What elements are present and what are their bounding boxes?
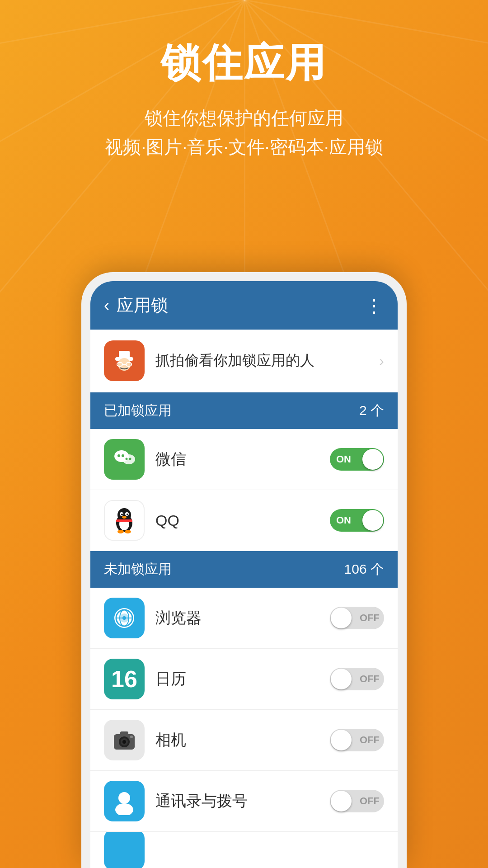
qq-toggle[interactable]: ON — [330, 509, 384, 532]
phone-screen: ‹ 应用锁 ⋮ — [90, 281, 398, 868]
camera-icon — [104, 720, 145, 760]
unlocked-section-title: 未加锁应用 — [104, 560, 172, 579]
spy-text: 抓拍偷看你加锁应用的人 — [155, 351, 379, 371]
phone-outer: ‹ 应用锁 ⋮ — [81, 272, 407, 868]
contacts-name: 通讯录与拨号 — [155, 791, 330, 811]
svg-point-22 — [125, 530, 131, 533]
wechat-row: 微信 ON — [90, 429, 398, 490]
spy-chevron: › — [379, 353, 384, 369]
contacts-toggle[interactable]: OFF — [330, 790, 384, 812]
contacts-row: 通讯录与拨号 OFF — [90, 771, 398, 832]
unlocked-section-count: 106 个 — [344, 560, 384, 579]
more-button[interactable]: ⋮ — [365, 295, 384, 316]
calendar-number: 16 — [111, 665, 137, 693]
svg-point-32 — [122, 740, 126, 744]
subtitle-line1: 锁住你想保护的任何应用 — [0, 104, 488, 132]
svg-point-28 — [122, 616, 126, 620]
svg-point-36 — [115, 803, 133, 815]
wechat-name: 微信 — [155, 449, 330, 470]
contacts-icon — [104, 781, 145, 821]
svg-point-17 — [121, 514, 123, 515]
browser-name: 浏览器 — [155, 608, 330, 628]
svg-point-19 — [122, 516, 127, 519]
svg-point-8 — [117, 454, 120, 457]
wechat-icon — [104, 439, 145, 480]
phone-container: ‹ 应用锁 ⋮ — [81, 272, 407, 868]
camera-toggle[interactable]: OFF — [330, 729, 384, 751]
camera-name: 相机 — [155, 730, 330, 750]
unlocked-section-header: 未加锁应用 106 个 — [90, 551, 398, 588]
back-button[interactable]: ‹ — [104, 297, 109, 314]
app-bar-left: ‹ 应用锁 — [104, 294, 168, 317]
svg-point-11 — [129, 458, 131, 460]
wechat-toggle[interactable]: ON — [330, 448, 384, 471]
browser-row: 浏览器 OFF — [90, 588, 398, 649]
qq-row: QQ ON — [90, 490, 398, 551]
svg-point-35 — [118, 792, 130, 804]
locked-section-count: 2 个 — [359, 401, 384, 420]
locked-section-title: 已加锁应用 — [104, 401, 172, 420]
svg-point-34 — [130, 736, 133, 738]
app-bar: ‹ 应用锁 ⋮ — [90, 281, 398, 330]
browser-toggle[interactable]: OFF — [330, 607, 384, 629]
main-title: 锁住应用 — [0, 36, 488, 90]
partial-icon — [104, 832, 145, 868]
locked-section-header: 已加锁应用 2 个 — [90, 392, 398, 429]
app-bar-title: 应用锁 — [117, 294, 168, 317]
qq-name: QQ — [155, 512, 330, 529]
camera-row: 相机 OFF — [90, 710, 398, 771]
subtitle-line2: 视频·图片·音乐·文件·密码本·应用锁 — [0, 132, 488, 161]
calendar-name: 日历 — [155, 669, 330, 689]
spy-icon — [104, 340, 145, 381]
svg-point-18 — [127, 514, 128, 515]
svg-point-10 — [125, 458, 127, 460]
browser-icon — [104, 598, 145, 638]
calendar-row: 16 日历 OFF — [90, 649, 398, 710]
calendar-toggle[interactable]: OFF — [330, 668, 384, 690]
svg-rect-33 — [120, 731, 128, 735]
svg-point-21 — [117, 530, 124, 533]
subtitle: 锁住你想保护的任何应用 视频·图片·音乐·文件·密码本·应用锁 — [0, 104, 488, 161]
svg-rect-1 — [119, 351, 130, 358]
svg-rect-20 — [116, 519, 132, 522]
partial-row — [90, 832, 398, 868]
header-section: 锁住应用 锁住你想保护的任何应用 视频·图片·音乐·文件·密码本·应用锁 — [0, 0, 488, 161]
svg-point-9 — [122, 454, 124, 457]
spy-row[interactable]: 抓拍偷看你加锁应用的人 › — [90, 330, 398, 392]
qq-icon — [104, 500, 145, 541]
calendar-icon: 16 — [104, 659, 145, 699]
svg-point-7 — [122, 454, 135, 464]
